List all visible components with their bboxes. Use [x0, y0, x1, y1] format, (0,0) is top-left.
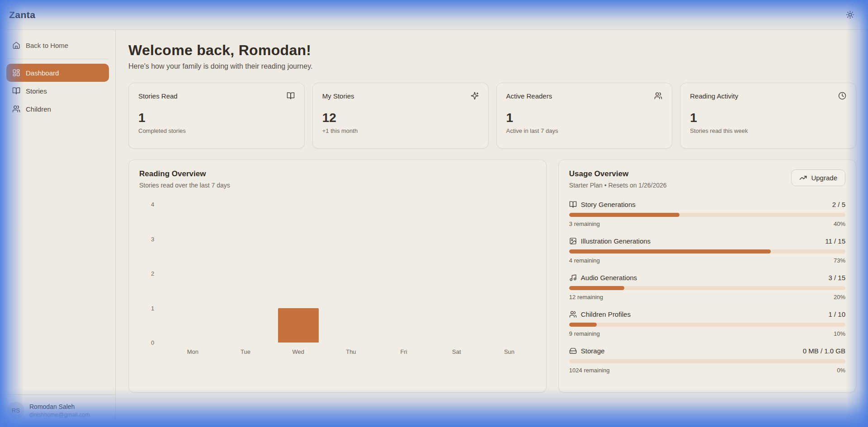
usage-percent: 73%	[834, 257, 845, 264]
usage-label-text: Illustration Generations	[581, 237, 651, 245]
stat-subtext: Stories read this week	[690, 127, 846, 134]
bar-chart: 01234 MonTueWedThuFriSatSun	[139, 204, 536, 355]
progress-track	[569, 249, 845, 253]
progress-track	[569, 359, 845, 363]
users-icon	[12, 105, 20, 113]
usage-percent: 40%	[834, 221, 845, 227]
stat-label: My Stories	[322, 92, 354, 100]
progress-track	[569, 286, 845, 290]
stat-label: Active Readers	[506, 92, 552, 100]
chart-area: MonTueWedThuFriSatSun	[166, 204, 536, 355]
sidebar-item-children[interactable]: Children	[6, 100, 109, 118]
usage-row-story-generations: Story Generations 2 / 5 3 remaining 40%	[569, 201, 845, 227]
stat-value: 1	[506, 111, 663, 125]
layout-dashboard-icon	[12, 69, 20, 77]
chart-column-tue	[219, 204, 272, 343]
sidebar: Back to Home Dashboard Stories Children …	[0, 30, 116, 427]
stat-subtext: Active in last 7 days	[506, 127, 663, 134]
trending-up-icon	[799, 174, 807, 182]
book-open-icon	[12, 87, 20, 95]
panel-subtitle: Starter Plan • Resets on 1/26/2026	[569, 182, 667, 189]
sidebar-user-section[interactable]: RS Romodan Saleh dinishhome@gmail.com	[0, 394, 115, 427]
clock-icon	[838, 92, 846, 100]
book-open-icon	[569, 201, 577, 208]
stat-value: 12	[322, 111, 479, 125]
users-icon	[654, 92, 662, 100]
bar-wed	[278, 308, 319, 343]
usage-label-text: Story Generations	[581, 201, 636, 208]
theme-toggle-button[interactable]	[844, 9, 856, 21]
y-tick-label: 0	[151, 339, 154, 346]
x-tick-label: Wed	[272, 348, 325, 355]
sidebar-divider	[7, 59, 108, 59]
sidebar-item-dashboard[interactable]: Dashboard	[6, 64, 109, 82]
usage-value: 3 / 15	[828, 274, 845, 282]
book-open-icon	[287, 92, 295, 100]
top-bar: Zanta	[0, 0, 868, 30]
x-tick-label: Tue	[219, 348, 272, 355]
usage-row-audio-generations: Audio Generations 3 / 15 12 remaining 20…	[569, 274, 845, 300]
usage-remaining: 3 remaining	[569, 221, 600, 227]
chart-column-mon	[166, 204, 219, 343]
stat-value: 1	[138, 111, 295, 125]
sidebar-item-label: Children	[26, 105, 51, 113]
sidebar-item-label: Back to Home	[26, 42, 68, 49]
y-tick-label: 4	[151, 201, 154, 208]
page-subtitle: Here's how your family is doing with the…	[128, 62, 856, 70]
sidebar-item-back-to-home[interactable]: Back to Home	[6, 36, 109, 54]
reading-overview-panel: Reading Overview Stories read over the l…	[128, 160, 547, 393]
chart-column-sat	[430, 204, 483, 343]
x-tick-label: Thu	[325, 348, 377, 355]
usage-value: 11 / 15	[825, 237, 845, 245]
usage-rows: Story Generations 2 / 5 3 remaining 40%	[569, 201, 845, 374]
usage-remaining: 9 remaining	[569, 330, 600, 337]
usage-row-storage: Storage 0 MB / 1.0 GB 1024 remaining 0%	[569, 347, 845, 374]
page-title: Welcome back, Romodan!	[128, 42, 856, 59]
progress-track	[569, 323, 845, 327]
music-icon	[569, 274, 577, 282]
stat-subtext: Completed stories	[138, 127, 295, 134]
x-tick-label: Mon	[166, 348, 219, 355]
panel-title: Usage Overview	[569, 169, 667, 178]
chart-column-wed	[272, 204, 325, 343]
upgrade-button[interactable]: Upgrade	[791, 169, 845, 186]
user-email: dinishhome@gmail.com	[29, 412, 90, 418]
usage-percent: 10%	[834, 330, 845, 337]
stat-card-active-readers: Active Readers 1 Active in last 7 days	[496, 83, 673, 149]
panels-row: Reading Overview Stories read over the l…	[128, 160, 856, 393]
usage-percent: 0%	[837, 367, 845, 374]
progress-fill	[569, 213, 679, 217]
usage-label-text: Audio Generations	[581, 274, 637, 282]
sidebar-item-label: Dashboard	[26, 69, 59, 77]
hard-drive-icon	[569, 347, 577, 355]
chart-column-thu	[325, 204, 377, 343]
users-icon	[569, 310, 577, 318]
upgrade-button-label: Upgrade	[811, 174, 837, 182]
stat-value: 1	[690, 111, 846, 125]
app-logo: Zanta	[9, 9, 36, 20]
panel-title: Reading Overview	[139, 169, 536, 178]
usage-row-illustration-generations: Illustration Generations 11 / 15 4 remai…	[569, 237, 845, 264]
panel-subtitle: Stories read over the last 7 days	[139, 182, 536, 189]
y-tick-label: 3	[151, 235, 154, 242]
usage-label-text: Children Profiles	[581, 310, 631, 318]
x-tick-label: Fri	[377, 348, 430, 355]
stats-row: Stories Read 1 Completed stories My Stor…	[128, 83, 856, 149]
chart-column-sun	[483, 204, 536, 343]
image-icon	[569, 237, 577, 245]
usage-label-text: Storage	[581, 347, 605, 355]
sidebar-item-label: Stories	[26, 87, 47, 95]
avatar: RS	[7, 402, 24, 419]
sidebar-item-stories[interactable]: Stories	[6, 82, 109, 100]
usage-row-children-profiles: Children Profiles 1 / 10 9 remaining 10%	[569, 310, 845, 337]
home-icon	[12, 41, 20, 49]
chart-column-fri	[377, 204, 430, 343]
progress-track	[569, 213, 845, 217]
sparkles-icon	[471, 92, 479, 100]
stat-card-reading-activity: Reading Activity 1 Stories read this wee…	[680, 83, 856, 149]
user-name: Romodan Saleh	[29, 403, 90, 410]
chart-y-axis: 01234	[151, 204, 166, 343]
x-tick-label: Sun	[483, 348, 536, 355]
chart-plot	[166, 204, 536, 343]
stat-label: Stories Read	[138, 92, 178, 100]
